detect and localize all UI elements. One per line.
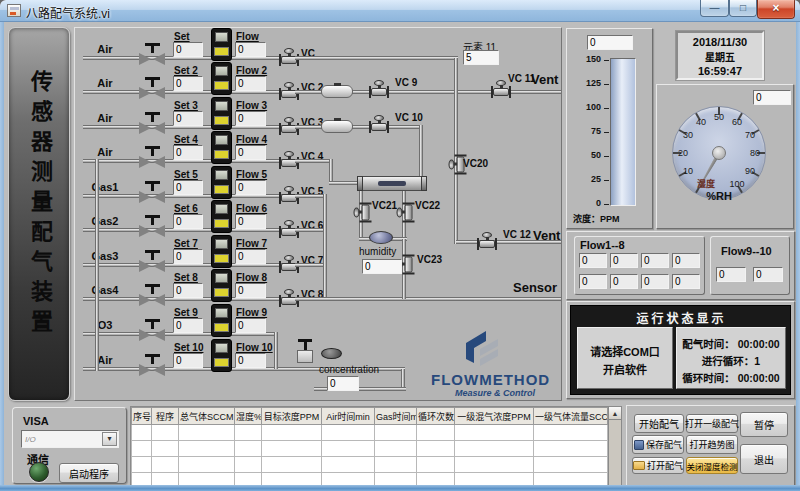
vc12-valve-icon[interactable] bbox=[477, 232, 497, 249]
start-mixing-button[interactable]: 开始配气 bbox=[634, 414, 684, 433]
gauge-unit-label: %RH bbox=[697, 190, 741, 202]
element11-input[interactable]: 5 bbox=[463, 50, 499, 65]
exit-button[interactable]: 退出 bbox=[740, 444, 788, 474]
set-input[interactable] bbox=[173, 111, 203, 126]
set-label: Set 6 bbox=[174, 203, 198, 214]
status-inner: 运行状态显示 请选择COM口 开启软件 配气时间： 00:00:00 进行循环：… bbox=[570, 305, 791, 395]
flow-indicator: 0 bbox=[235, 42, 266, 57]
com-message-line2: 开启软件 bbox=[578, 361, 672, 377]
pause-button[interactable]: 暂停 bbox=[740, 412, 788, 437]
pipe bbox=[295, 159, 331, 163]
humidity-toggle-button[interactable]: 关闭湿度检测 bbox=[686, 457, 738, 474]
mixing-chamber-icon bbox=[358, 176, 426, 191]
flow-label: Flow bbox=[236, 31, 259, 42]
window-border bbox=[0, 485, 800, 491]
table-row[interactable] bbox=[132, 457, 608, 473]
start-program-button[interactable]: 启动程序 bbox=[59, 463, 119, 483]
close-button[interactable]: × bbox=[757, 0, 795, 19]
open-mixing-file-button[interactable]: 打开配气 bbox=[632, 457, 684, 474]
status-title: 运行状态显示 bbox=[571, 309, 792, 326]
sensor-body-icon bbox=[297, 350, 313, 363]
vc9-valve-icon[interactable] bbox=[369, 80, 389, 97]
set-input[interactable] bbox=[173, 180, 203, 195]
set-input[interactable] bbox=[173, 214, 203, 229]
manual-valve-icon[interactable] bbox=[137, 319, 167, 341]
vc10-valve-icon[interactable] bbox=[369, 115, 389, 132]
sidebar-title: 传感器测量配气装置 bbox=[23, 70, 55, 340]
visa-label: VISA bbox=[23, 415, 49, 427]
col-header: 循环次数 bbox=[417, 408, 455, 425]
chevron-down-icon: ▾ bbox=[107, 434, 111, 443]
maximize-icon: □ bbox=[730, 0, 756, 15]
visa-resource-combo[interactable]: I/O ▾ bbox=[21, 430, 119, 448]
gas-label: Gas4 bbox=[79, 284, 131, 296]
set-input[interactable] bbox=[173, 42, 203, 57]
vc21-valve-icon[interactable] bbox=[354, 203, 371, 223]
set-input[interactable] bbox=[173, 283, 203, 298]
channel-row: Air Set 3 Flow 3 0 VC 3 bbox=[75, 97, 561, 135]
sensor-label: Sensor bbox=[513, 280, 557, 295]
com-message-box: 请选择COM口 开启软件 bbox=[577, 327, 673, 389]
table-row[interactable] bbox=[132, 425, 608, 441]
gauge-tick-label: 30 bbox=[683, 130, 693, 140]
folder-icon bbox=[633, 461, 645, 470]
open-trend-button[interactable]: 打开趋势图 bbox=[686, 435, 738, 454]
manual-valve-icon[interactable] bbox=[137, 146, 167, 168]
combo-dropdown-button[interactable]: ▾ bbox=[102, 432, 117, 446]
filter-icon bbox=[321, 120, 353, 133]
minimize-button[interactable]: — bbox=[700, 0, 729, 17]
mfc-icon bbox=[211, 200, 232, 233]
gauge-caption: 湿度 bbox=[693, 177, 719, 190]
flow1-8-group: Flow1--8 0 0 0 0 0 0 0 0 bbox=[574, 236, 705, 295]
titlebar[interactable]: 八路配气系统.vi — □ × bbox=[0, 0, 800, 22]
manual-valve-icon[interactable] bbox=[137, 77, 167, 99]
col-header: Gas时间min bbox=[375, 408, 417, 425]
table-row[interactable] bbox=[132, 441, 608, 457]
set-input[interactable] bbox=[173, 76, 203, 91]
flow-readout: 0 bbox=[579, 253, 607, 268]
vc22-valve-icon[interactable] bbox=[397, 203, 414, 223]
gas-label: Gas1 bbox=[79, 181, 131, 193]
set-input[interactable] bbox=[173, 353, 203, 368]
set-input[interactable] bbox=[173, 318, 203, 333]
mfc-icon bbox=[211, 269, 232, 302]
manual-valve-icon[interactable] bbox=[137, 215, 167, 237]
pipe bbox=[419, 125, 423, 179]
maximize-button[interactable]: □ bbox=[729, 0, 757, 17]
scroll-up-icon[interactable]: ▲ bbox=[609, 407, 621, 420]
gas-time: 配气时间： 00:00:00 bbox=[677, 336, 785, 351]
table-scrollbar[interactable]: ▲ bbox=[608, 406, 622, 487]
cycle-time: 循环时间： 00:00:00 bbox=[677, 370, 785, 385]
flow-readout: 0 bbox=[672, 274, 700, 289]
set-label: Set bbox=[174, 31, 190, 42]
open-primary-mixing-button[interactable]: 打开一级配气 bbox=[686, 414, 738, 433]
channel-row: Gas4 Set 8 Flow 8 0 VC 8 bbox=[75, 269, 561, 307]
vc10-label: VC 10 bbox=[395, 112, 423, 123]
flow-indicator: 0 bbox=[235, 214, 266, 229]
gas-label: Gas3 bbox=[79, 250, 131, 262]
flow-readout: 0 bbox=[610, 253, 638, 268]
manual-valve-icon[interactable] bbox=[137, 284, 167, 306]
flow-indicator: 0 bbox=[235, 283, 266, 298]
meter-tick-label: 75 bbox=[567, 126, 601, 136]
channel-row: Gas1 Set 5 Flow 5 0 VC 5 bbox=[75, 166, 561, 204]
gauge-value: 0 bbox=[753, 90, 791, 105]
flow9-10-label: Flow9--10 bbox=[721, 245, 772, 257]
close-icon: × bbox=[758, 0, 794, 17]
clock-date: 2018/11/30 bbox=[678, 36, 762, 48]
set-input[interactable] bbox=[173, 249, 203, 264]
filter-icon bbox=[321, 85, 353, 98]
vc22-label: VC22 bbox=[415, 200, 440, 211]
gauge-tick-label: 90 bbox=[745, 166, 755, 176]
set-input[interactable] bbox=[173, 145, 203, 160]
save-mixing-button[interactable]: 保存配气 bbox=[632, 435, 684, 454]
mfc-icon bbox=[211, 235, 232, 268]
flow1-8-label: Flow1--8 bbox=[580, 239, 625, 251]
col-header: 一级混气浓度PPM bbox=[455, 408, 534, 425]
gauge-tick-label: 100 bbox=[729, 179, 744, 189]
manual-valve-icon[interactable] bbox=[137, 354, 167, 376]
col-header: Air时间min bbox=[322, 408, 375, 425]
meter-tick-label: 150 bbox=[567, 54, 601, 64]
flow-readout-panel: Flow1--8 0 0 0 0 0 0 0 0 Flow9--10 0 0 bbox=[566, 231, 795, 300]
mfc-icon bbox=[211, 166, 232, 199]
